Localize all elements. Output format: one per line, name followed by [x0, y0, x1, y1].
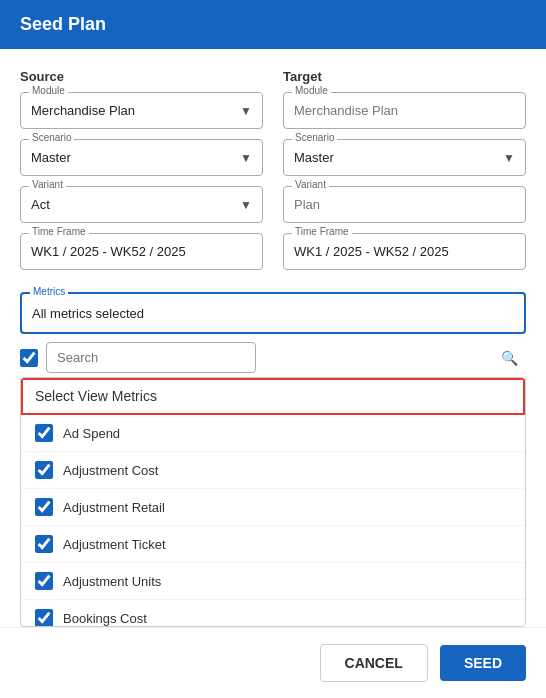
- target-scenario-label: Scenario: [292, 132, 337, 143]
- metrics-label: Metrics: [30, 286, 68, 297]
- metric-label: Adjustment Retail: [63, 500, 165, 515]
- target-module-label: Module: [292, 85, 331, 96]
- source-target-columns: Source Module Merchandise Plan ▼ Scenari…: [20, 69, 526, 280]
- seed-plan-dialog: Seed Plan Source Module Merchandise Plan…: [0, 0, 546, 698]
- metric-checkbox[interactable]: [35, 424, 53, 442]
- target-module-input[interactable]: [284, 93, 525, 128]
- dialog-body: Source Module Merchandise Plan ▼ Scenari…: [0, 49, 546, 627]
- target-timeframe-input[interactable]: [284, 234, 525, 269]
- list-item[interactable]: Adjustment Ticket: [21, 526, 525, 563]
- source-scenario-label: Scenario: [29, 132, 74, 143]
- target-timeframe-field: Time Frame: [283, 233, 526, 270]
- source-module-label: Module: [29, 85, 68, 96]
- source-variant-select[interactable]: Act: [21, 187, 262, 222]
- target-module-field: Module: [283, 92, 526, 129]
- search-icon: 🔍: [501, 350, 518, 366]
- list-item[interactable]: Ad Spend: [21, 415, 525, 452]
- metric-checkbox[interactable]: [35, 461, 53, 479]
- source-timeframe-label: Time Frame: [29, 226, 89, 237]
- target-variant-label: Variant: [292, 179, 329, 190]
- metric-checkbox[interactable]: [35, 498, 53, 516]
- source-scenario-select[interactable]: Master: [21, 140, 262, 175]
- metrics-list: Ad SpendAdjustment CostAdjustment Retail…: [21, 415, 525, 626]
- search-wrapper: 🔍: [46, 342, 526, 373]
- metrics-value: All metrics selected: [32, 306, 144, 321]
- source-variant-field: Variant Act ▼: [20, 186, 263, 223]
- dropdown-panel: Select View Metrics Ad SpendAdjustment C…: [20, 377, 526, 627]
- target-timeframe-label: Time Frame: [292, 226, 352, 237]
- source-label: Source: [20, 69, 263, 84]
- source-variant-label: Variant: [29, 179, 66, 190]
- search-input[interactable]: [46, 342, 256, 373]
- seed-button[interactable]: SEED: [440, 645, 526, 681]
- metrics-field: Metrics All metrics selected: [20, 292, 526, 334]
- metric-checkbox[interactable]: [35, 535, 53, 553]
- target-scenario-field: Scenario Master ▼: [283, 139, 526, 176]
- target-scenario-select[interactable]: Master: [284, 140, 525, 175]
- metric-label: Bookings Cost: [63, 611, 147, 626]
- cancel-button[interactable]: CANCEL: [320, 644, 428, 682]
- source-timeframe-field: Time Frame: [20, 233, 263, 270]
- list-item[interactable]: Bookings Cost: [21, 600, 525, 626]
- metric-label: Ad Spend: [63, 426, 120, 441]
- target-column: Target Module Scenario Master ▼ Variant: [283, 69, 526, 280]
- target-label: Target: [283, 69, 526, 84]
- source-module-select[interactable]: Merchandise Plan: [21, 93, 262, 128]
- dialog-footer: CANCEL SEED: [0, 627, 546, 698]
- select-view-metrics-item[interactable]: Select View Metrics: [21, 378, 525, 415]
- metric-label: Adjustment Units: [63, 574, 161, 589]
- list-item[interactable]: Adjustment Retail: [21, 489, 525, 526]
- metric-label: Adjustment Cost: [63, 463, 158, 478]
- metric-checkbox[interactable]: [35, 572, 53, 590]
- dialog-header: Seed Plan: [0, 0, 546, 49]
- list-item[interactable]: Adjustment Cost: [21, 452, 525, 489]
- target-variant-input[interactable]: [284, 187, 525, 222]
- source-module-field: Module Merchandise Plan ▼: [20, 92, 263, 129]
- source-timeframe-input[interactable]: [21, 234, 262, 269]
- source-column: Source Module Merchandise Plan ▼ Scenari…: [20, 69, 263, 280]
- target-variant-field: Variant: [283, 186, 526, 223]
- list-item[interactable]: Adjustment Units: [21, 563, 525, 600]
- source-scenario-field: Scenario Master ▼: [20, 139, 263, 176]
- search-row: 🔍: [20, 342, 526, 373]
- metric-label: Adjustment Ticket: [63, 537, 166, 552]
- dialog-title: Seed Plan: [20, 14, 106, 34]
- select-all-checkbox[interactable]: [20, 349, 38, 367]
- metric-checkbox[interactable]: [35, 609, 53, 626]
